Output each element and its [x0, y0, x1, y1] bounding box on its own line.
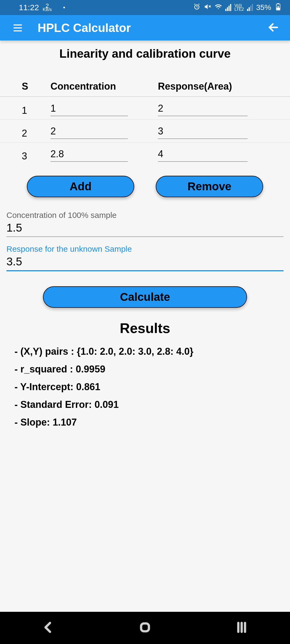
status-right-cluster: Vo))LTE2 35%	[193, 3, 282, 12]
result-y-intercept: - Y-Intercept: 0.861	[0, 378, 290, 396]
mute-vibrate-icon	[204, 3, 211, 12]
result-slope: - Slope: 1.107	[0, 414, 290, 431]
linearity-table: S Concentration Response(Area) 1 2 3	[0, 76, 290, 165]
status-time: 11:22	[19, 3, 39, 12]
add-button[interactable]: Add	[27, 176, 134, 197]
battery-percent: 35%	[256, 3, 271, 12]
results-title: Results	[0, 310, 290, 343]
col-header-s: S	[8, 81, 50, 92]
row-index: 2	[8, 128, 50, 139]
dot-icon: •	[63, 4, 65, 11]
svg-line-8	[198, 4, 200, 4]
conc-100-input[interactable]	[6, 220, 284, 237]
table-button-row: Add Remove	[0, 165, 290, 211]
main-content: Linearity and calibration curve S Concen…	[0, 41, 290, 612]
calculate-button[interactable]: Calculate	[43, 286, 247, 308]
response-unknown-label: Response for the unknown Sample	[6, 244, 132, 253]
status-data-speed: 2 KB/s	[43, 3, 52, 12]
table-row: 1	[0, 97, 290, 120]
table-row: 3	[0, 142, 290, 165]
back-icon[interactable]	[267, 21, 279, 34]
concentration-input[interactable]	[50, 123, 128, 139]
app-title: HPLC Calculator	[38, 21, 131, 35]
signal-4-icon	[225, 4, 231, 11]
android-nav-bar	[0, 612, 290, 644]
page-title: Linearity and calibration curve	[0, 41, 290, 76]
remove-button[interactable]: Remove	[156, 176, 263, 197]
calculate-row: Calculate	[0, 274, 290, 310]
response-unknown-input[interactable]	[6, 254, 284, 271]
result-r-squared: - r_squared : 0.9959	[0, 360, 290, 378]
svg-rect-12	[277, 3, 279, 4]
result-standard-error: - Standard Error: 0.091	[0, 396, 290, 414]
svg-rect-16	[141, 623, 149, 631]
response-input[interactable]	[158, 146, 248, 162]
menu-icon[interactable]	[13, 24, 22, 31]
row-index: 3	[8, 151, 50, 162]
concentration-input[interactable]	[50, 100, 128, 116]
svg-line-7	[194, 4, 195, 4]
alarm-icon	[193, 3, 201, 12]
response-input[interactable]	[158, 123, 248, 139]
nav-back-icon[interactable]	[42, 621, 55, 635]
app-bar: HPLC Calculator	[0, 15, 290, 41]
signal-2-icon	[247, 4, 253, 11]
concentration-input[interactable]	[50, 146, 128, 162]
col-header-response: Response(Area)	[158, 81, 282, 92]
col-header-concentration: Concentration	[50, 81, 158, 92]
response-unknown-field: Response for the unknown Sample	[0, 244, 290, 274]
wifi-icon	[215, 3, 222, 12]
table-header-row: S Concentration Response(Area)	[0, 76, 290, 97]
result-xy-pairs: - (X,Y) pairs : {1.0: 2.0, 2.0: 3.0, 2.8…	[0, 343, 290, 360]
android-status-bar: 11:22 2 KB/s • Vo))LTE2 35%	[0, 0, 290, 15]
lte-indicator: Vo))LTE2	[234, 4, 244, 12]
row-index: 1	[8, 105, 50, 116]
nav-recent-icon[interactable]	[235, 621, 248, 635]
conc-100-label: Concentration of 100% sample	[6, 211, 117, 219]
conc-100-field: Concentration of 100% sample	[0, 211, 290, 240]
response-input[interactable]	[158, 100, 248, 116]
battery-icon	[274, 3, 282, 12]
nav-home-icon[interactable]	[138, 621, 152, 635]
table-row: 2	[0, 120, 290, 142]
status-left-cluster: 11:22 2 KB/s •	[19, 3, 65, 12]
